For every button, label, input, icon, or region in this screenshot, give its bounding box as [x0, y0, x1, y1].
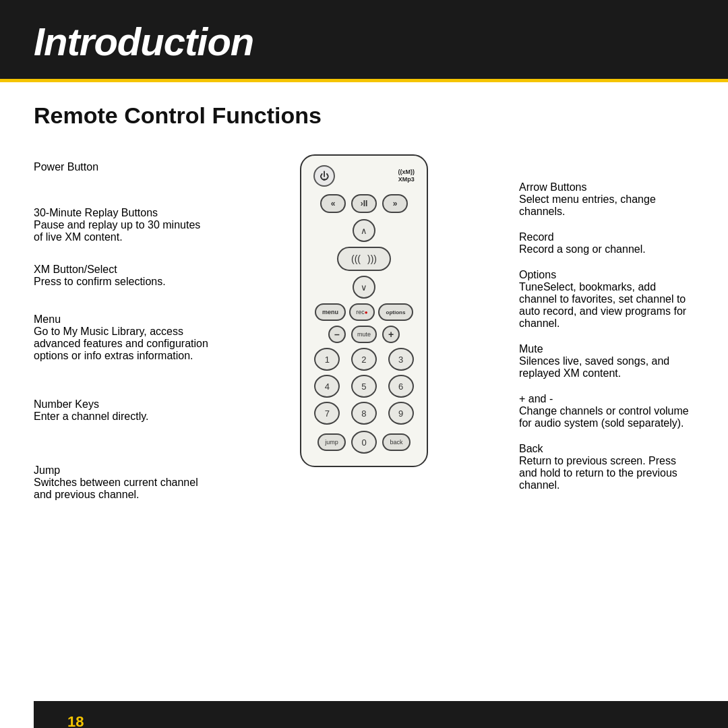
label-replay-buttons: 30-Minute Replay Buttons Pause and repla…	[34, 207, 209, 243]
xm-left-icon: (((	[351, 253, 361, 264]
remote-top-row: ⏻ ((xM)) XMp3	[311, 165, 417, 187]
menu-button[interactable]: menu	[315, 303, 346, 321]
key-2[interactable]: 2	[351, 348, 377, 371]
replay-desc: Pause and replay up to 30 minutes of liv…	[34, 219, 209, 243]
menu-title: Menu	[34, 313, 209, 326]
vol-row: – mute +	[328, 326, 400, 343]
mute-button[interactable]: mute	[351, 326, 377, 343]
plus-minus-title: + and -	[519, 393, 694, 405]
back-button[interactable]: back	[382, 433, 411, 451]
label-power-button: Power Button	[34, 161, 209, 173]
options-desc: TuneSelect, bookmarks, add channel to fa…	[519, 281, 694, 330]
remote-container: ⏻ ((xM)) XMp3 « ›II » ∧ ((( ))	[216, 148, 512, 467]
xm-desc: Press to confirm selections.	[34, 276, 209, 288]
footer: 18	[34, 701, 728, 728]
mute-title: Mute	[519, 343, 694, 355]
power-button-widget[interactable]: ⏻	[313, 165, 335, 187]
label-arrow-buttons: Arrow Buttons Select menu entries, chang…	[519, 181, 694, 218]
power-button-title: Power Button	[34, 161, 209, 173]
page-title: Introduction	[34, 19, 694, 64]
key-0[interactable]: 0	[351, 431, 377, 454]
fast-forward-button[interactable]: »	[382, 194, 408, 213]
arrow-title: Arrow Buttons	[519, 181, 694, 193]
record-desc: Record a song or channel.	[519, 243, 694, 255]
key-5[interactable]: 5	[351, 375, 377, 398]
back-desc: Return to previous screen. Press and hol…	[519, 455, 694, 491]
xm-select-button[interactable]: ((( )))	[337, 247, 391, 271]
mute-desc: Silences live, saved songs, and replayed…	[519, 355, 694, 380]
xm-title: XM Button/Select	[34, 264, 209, 276]
left-labels: Power Button 30-Minute Replay Buttons Pa…	[34, 148, 216, 513]
record-title: Record	[519, 231, 694, 243]
arrow-desc: Select menu entries, change channels.	[519, 193, 694, 218]
jump-title: Jump	[34, 464, 209, 477]
label-back: Back Return to previous screen. Press an…	[519, 443, 694, 491]
section-title: Remote Control Functions	[34, 102, 694, 129]
menu-row: menu rec● options	[315, 303, 413, 321]
label-mute: Mute Silences live, saved songs, and rep…	[519, 343, 694, 380]
number-keys-title: Number Keys	[34, 398, 209, 411]
plus-button[interactable]: +	[382, 326, 400, 343]
key-7[interactable]: 7	[314, 402, 340, 425]
bottom-row: jump 0 back	[317, 431, 411, 454]
content-area: Remote Control Functions Power Button 30…	[0, 82, 728, 728]
label-options: Options TuneSelect, bookmarks, add chann…	[519, 269, 694, 330]
back-title: Back	[519, 443, 694, 455]
plus-minus-desc: Change channels or control volume for au…	[519, 405, 694, 429]
rewind-button[interactable]: «	[320, 194, 346, 213]
label-xm-button: XM Button/Select Press to confirm select…	[34, 264, 209, 288]
label-record: Record Record a song or channel.	[519, 231, 694, 255]
jump-desc: Switches between current channel and pre…	[34, 477, 209, 501]
xm-right-icon: )))	[367, 253, 377, 264]
key-4[interactable]: 4	[314, 375, 340, 398]
right-labels: Arrow Buttons Select menu entries, chang…	[512, 148, 694, 501]
xm-logo-text: ((xM))	[398, 169, 415, 176]
xm-logo: ((xM)) XMp3	[398, 169, 415, 183]
main-layout: Power Button 30-Minute Replay Buttons Pa…	[34, 148, 694, 513]
transport-row: « ›II »	[320, 194, 408, 213]
replay-title: 30-Minute Replay Buttons	[34, 207, 209, 219]
label-menu: Menu Go to My Music Library, access adva…	[34, 313, 209, 362]
down-arrow-button[interactable]: ∨	[353, 276, 375, 299]
key-1[interactable]: 1	[314, 348, 340, 371]
xmp3-label: XMp3	[398, 176, 415, 183]
key-6[interactable]: 6	[388, 375, 414, 398]
number-grid: 1 2 3 4 5 6 7 8 9	[311, 348, 417, 425]
page-number: 18	[67, 713, 84, 728]
label-number-keys: Number Keys Enter a channel directly.	[34, 398, 209, 423]
options-title: Options	[519, 269, 694, 281]
rec-button[interactable]: rec●	[349, 303, 375, 321]
jump-button[interactable]: jump	[317, 433, 346, 451]
play-pause-button[interactable]: ›II	[351, 194, 377, 213]
up-arrow-button[interactable]: ∧	[353, 219, 375, 242]
key-8[interactable]: 8	[351, 402, 377, 425]
menu-desc: Go to My Music Library, access advanced …	[34, 326, 209, 362]
key-3[interactable]: 3	[388, 348, 414, 371]
label-jump: Jump Switches between current channel an…	[34, 464, 209, 501]
label-plus-minus: + and - Change channels or control volum…	[519, 393, 694, 429]
minus-button[interactable]: –	[328, 326, 346, 343]
key-9[interactable]: 9	[388, 402, 414, 425]
options-button[interactable]: options	[378, 303, 413, 321]
number-keys-desc: Enter a channel directly.	[34, 411, 209, 423]
header: Introduction	[0, 0, 728, 82]
remote-control: ⏻ ((xM)) XMp3 « ›II » ∧ ((( ))	[300, 154, 428, 467]
